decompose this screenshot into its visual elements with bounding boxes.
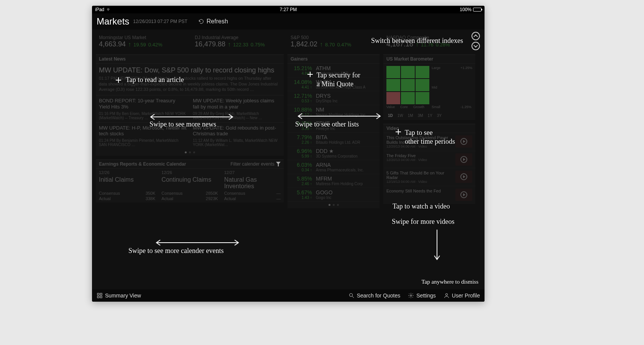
search-quotes-button[interactable]: Search for Quotes <box>348 292 401 299</box>
battery-icon <box>473 8 481 12</box>
battery-percent: 100% <box>460 7 472 12</box>
calendar-event[interactable]: 12/26 Continuing Claims Consensus2850K A… <box>158 169 221 202</box>
index-sp500[interactable]: S&P 500 1,842.02↑8.700.47% <box>291 35 382 48</box>
arrow-down-icon <box>433 228 441 263</box>
time-1d[interactable]: 1D <box>386 113 394 118</box>
gear-icon <box>408 292 414 299</box>
video-item[interactable]: 5 Gifts That Should Be on Your Radar12/1… <box>383 168 475 186</box>
svg-rect-4 <box>97 293 99 295</box>
time-1y[interactable]: 1Y <box>426 113 434 118</box>
svg-point-10 <box>410 295 412 296</box>
chevron-down-icon[interactable] <box>472 42 480 50</box>
toolbar: Markets 12/26/2013 07:27 PM PST Refresh <box>92 13 485 30</box>
svg-rect-6 <box>97 296 99 298</box>
gainer-row[interactable]: 14.08%4.41 ↑WUBA58.com Inc ADR repr Clas… <box>288 77 380 91</box>
calendar-panel: Earnings Reports & Economic Calendar Fil… <box>96 159 284 202</box>
barometer-panel: US Market Barometer Value Co <box>383 54 475 120</box>
time-1w[interactable]: 1W <box>396 113 405 118</box>
arrow-lr-icon <box>153 239 242 246</box>
news-header: Latest News <box>99 56 126 62</box>
arrow-lr-icon <box>148 113 236 121</box>
ipad-frame: iPad ᯤ 7:27 PM 100% Markets 12/26/2013 0… <box>92 6 485 302</box>
page-timestamp: 12/26/2013 07:27 PM PST <box>133 19 187 24</box>
wifi-icon: ᯤ <box>107 7 111 12</box>
news-main-article[interactable]: MW UPDATE: Dow, S&P 500 rally to record … <box>96 64 284 95</box>
gainers-panel: Gainers 15.21%4.84 ↑ATHMAutohome Inc ADR… <box>288 54 380 208</box>
refresh-label: Refresh <box>207 18 228 25</box>
refresh-icon <box>198 18 204 25</box>
gainer-row[interactable]: 6.03%0.34 ↑ARNAArena Pharmaceuticals, In… <box>288 160 380 174</box>
status-bar: iPad ᯤ 7:27 PM 100% <box>92 6 485 13</box>
gainer-row[interactable]: 5.67%1.43 ↑GOGOGogo Inc <box>288 188 380 202</box>
filter-events-button[interactable]: Filter calender events <box>230 161 281 167</box>
barometer-grid[interactable] <box>386 66 429 104</box>
time-1m[interactable]: 1M <box>406 113 415 118</box>
user-icon <box>444 292 450 299</box>
gainer-row[interactable]: 6.96%5.99 ↑DDD ★3D Systems Corporation <box>288 146 380 160</box>
index-morningstar[interactable]: Morningstar US Market 4,663.94↑19.590.42… <box>99 35 190 48</box>
news-panel: Latest News MW UPDATE: Dow, S&P 500 rall… <box>96 54 284 156</box>
clock: 7:27 PM <box>280 7 297 12</box>
app-root[interactable]: Markets 12/26/2013 07:27 PM PST Refresh … <box>92 13 485 302</box>
summary-view-button[interactable]: Summary View <box>97 292 141 299</box>
gainer-row[interactable]: 7.79%2.26 ↑BITABitauto Holdings Ltd. ADR <box>288 133 380 146</box>
time-3m[interactable]: 3M <box>416 113 425 118</box>
refresh-button[interactable]: Refresh <box>198 18 228 25</box>
video-header: Video <box>386 126 399 131</box>
video-item[interactable]: The Friday Five12/20/13 04:00 AM · Video <box>383 151 475 168</box>
gainer-row[interactable]: 5.85%2.46 ↑MFRMMattress Firm Holding Cor… <box>288 174 380 188</box>
news-item[interactable]: MW UPDATE: H-P, Microsoft, Twitter lift … <box>96 122 190 149</box>
index-djia[interactable]: DJ Industrial Average 16,479.88↑122.330.… <box>195 35 286 48</box>
play-icon <box>460 191 467 198</box>
play-icon <box>460 173 467 180</box>
arrow-lr-icon <box>295 112 383 120</box>
time-3y[interactable]: 3Y <box>435 113 443 118</box>
time-period-tabs[interactable]: 1D 1W 1M 3M 1Y 3Y <box>383 111 475 120</box>
index-nasdaq[interactable]: NASDAQ Composite 4,167.18↑11.760.28% <box>386 35 478 48</box>
index-strip[interactable]: Morningstar US Market 4,663.94↑19.590.42… <box>96 33 481 52</box>
page-title: Markets <box>97 16 129 27</box>
svg-point-8 <box>349 294 352 297</box>
barometer-header: US Market Barometer <box>386 56 433 62</box>
calendar-event[interactable]: 12/26 Initial Claims Consensus350K Actua… <box>96 169 158 202</box>
gainer-row[interactable]: 12.71%0.53 ↑DRYSDryShips Inc <box>288 91 380 105</box>
video-item[interactable]: Economy Still Needs the Fed <box>383 186 475 204</box>
calendar-header: Earnings Reports & Economic Calendar <box>99 161 186 167</box>
content: Morningstar US Market 4,663.94↑19.590.42… <box>92 30 485 289</box>
grid-icon <box>97 292 103 299</box>
search-icon <box>348 292 355 299</box>
play-icon <box>460 156 467 163</box>
gainer-row[interactable]: 15.21%4.84 ↑ATHMAutohome Inc ADR <box>288 64 380 77</box>
gainers-header: Gainers <box>291 56 308 62</box>
svg-point-11 <box>445 294 447 296</box>
device-label: iPad <box>95 7 104 12</box>
play-icon <box>460 138 467 145</box>
gainer-row[interactable]: 8.30%3.33 ↑FEYEFireEye Inc <box>288 119 380 133</box>
video-item[interactable]: This Outstanding Dividend Payer Builds I… <box>383 133 475 151</box>
news-pager[interactable] <box>96 149 284 156</box>
calendar-event[interactable]: 12/27 Natural Gas Inventories Consensus—… <box>221 169 284 202</box>
gainers-pager[interactable] <box>288 202 380 208</box>
svg-rect-5 <box>100 293 102 295</box>
funnel-icon <box>276 162 281 166</box>
svg-line-9 <box>352 296 354 298</box>
settings-button[interactable]: Settings <box>408 292 436 299</box>
user-profile-button[interactable]: User Profile <box>444 292 480 299</box>
news-item[interactable]: MW UPDATE: Gold rebounds in post-Christm… <box>190 122 284 149</box>
chevron-up-icon[interactable] <box>472 32 480 40</box>
video-panel: Video This Outstanding Dividend Payer Bu… <box>383 124 475 204</box>
bottom-bar: Summary View Search for Quotes Settings … <box>92 289 485 302</box>
svg-rect-7 <box>100 296 102 298</box>
